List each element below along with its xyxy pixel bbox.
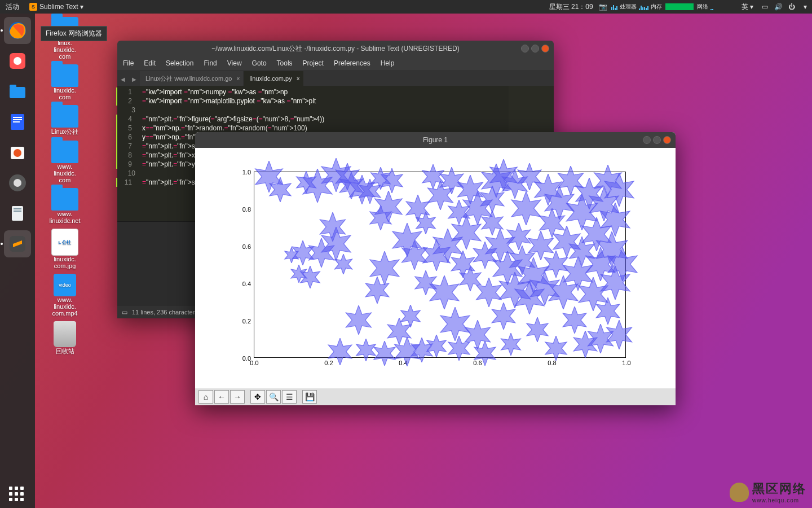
x-tick: 0.0 bbox=[250, 357, 258, 366]
desktop-icon-label: www. linuxidc. com bbox=[54, 163, 76, 183]
menu-project[interactable]: Project bbox=[303, 59, 324, 67]
net-graph-icon bbox=[710, 3, 713, 10]
desktop-icon[interactable]: Linux公社 bbox=[39, 105, 90, 136]
menu-tools[interactable]: Tools bbox=[277, 59, 293, 67]
minimize-button[interactable] bbox=[521, 45, 529, 52]
menu-find[interactable]: Find bbox=[204, 59, 217, 67]
dock-screenshot[interactable] bbox=[4, 47, 31, 75]
scatter-point bbox=[473, 341, 497, 366]
desktop-icon[interactable]: L 公社linuxidc. com.jpg bbox=[39, 229, 90, 269]
gedit-icon bbox=[7, 203, 28, 224]
dock-files[interactable] bbox=[4, 78, 31, 105]
dock-gedit[interactable] bbox=[4, 200, 31, 227]
tb-config-button[interactable]: ☰ bbox=[282, 390, 297, 404]
network-icon[interactable]: ▭ bbox=[760, 2, 769, 11]
status-text: 11 lines, 236 characters bbox=[132, 309, 198, 316]
watermark: 黑区网络www.heiqu.com bbox=[730, 480, 806, 503]
scatter-point bbox=[379, 168, 404, 193]
chevron-down-icon[interactable]: ▾ bbox=[801, 2, 810, 11]
svg-marker-46 bbox=[401, 305, 421, 327]
desktop-icon[interactable]: videowww. linuxidc. com.mp4 bbox=[39, 274, 90, 317]
dock-sublime[interactable] bbox=[4, 230, 31, 257]
app-menu-label: Sublime Text ▾ bbox=[39, 3, 83, 11]
editor-tab[interactable]: linuxidc.com.py× bbox=[244, 71, 303, 86]
menu-selection[interactable]: Selection bbox=[166, 59, 193, 67]
clock[interactable]: 星期三 21：09 bbox=[546, 2, 597, 12]
fig-minimize-button[interactable] bbox=[643, 136, 651, 144]
svg-marker-67 bbox=[474, 341, 496, 366]
tb-back-button[interactable]: ← bbox=[214, 390, 229, 404]
desktop-icon[interactable]: www. linuxidc.net bbox=[39, 188, 90, 224]
tb-pan-button[interactable]: ✥ bbox=[250, 390, 265, 404]
editor-tab[interactable]: Linux公社 www.linuxidc.com.go× bbox=[140, 71, 243, 86]
tb-save-button[interactable]: 💾 bbox=[302, 390, 317, 404]
tab-label: linuxidc.com.py bbox=[249, 75, 292, 82]
svg-point-12 bbox=[14, 179, 21, 187]
scatter-point bbox=[399, 305, 422, 327]
scatter-point bbox=[598, 203, 632, 237]
figure-title: Figure 1 bbox=[423, 136, 448, 144]
menu-file[interactable]: File bbox=[123, 59, 134, 67]
app-menu[interactable]: S Sublime Text ▾ bbox=[25, 3, 88, 11]
svg-marker-114 bbox=[414, 270, 436, 295]
scatter-point bbox=[604, 320, 634, 349]
svg-marker-23 bbox=[301, 266, 320, 288]
tab-close-icon[interactable]: × bbox=[297, 76, 300, 82]
close-button[interactable] bbox=[541, 45, 549, 52]
activities-button[interactable]: 活动 bbox=[0, 2, 25, 12]
dock-software[interactable] bbox=[4, 139, 31, 166]
menu-view[interactable]: View bbox=[227, 59, 242, 67]
scatter-point bbox=[602, 173, 636, 207]
dock-camera[interactable] bbox=[4, 169, 31, 196]
scatter-point bbox=[344, 305, 373, 335]
ime-indicator[interactable]: 英 ▾ bbox=[737, 2, 758, 12]
scatter-point bbox=[268, 177, 293, 202]
dock-writer[interactable] bbox=[4, 108, 31, 135]
desktop-icon[interactable]: www. linuxidc. com bbox=[39, 141, 90, 183]
svg-point-2 bbox=[14, 57, 21, 65]
sublime-menubar: FileEditSelectionFindViewGotoToolsProjec… bbox=[117, 56, 554, 70]
desktop-icon-label: linuxidc. com bbox=[54, 87, 76, 100]
power-icon[interactable]: ⏻ bbox=[787, 2, 796, 11]
tb-home-button[interactable]: ⌂ bbox=[198, 390, 213, 404]
menu-preferences[interactable]: Preferences bbox=[334, 59, 370, 67]
volume-icon[interactable]: 🔊 bbox=[774, 2, 783, 11]
y-tick: 0.4 bbox=[242, 281, 254, 287]
fig-maximize-button[interactable] bbox=[653, 136, 661, 144]
screenshot-indicator-icon[interactable]: 📷 bbox=[599, 2, 608, 11]
image-file-icon: L 公社 bbox=[51, 229, 78, 256]
cpu-graph-icon bbox=[611, 3, 617, 10]
tab-scroll-right[interactable]: ▶ bbox=[129, 72, 140, 86]
figure-titlebar[interactable]: Figure 1 bbox=[195, 132, 676, 148]
svg-marker-33 bbox=[346, 305, 371, 335]
svg-rect-4 bbox=[10, 85, 16, 88]
tab-scroll-left[interactable]: ◀ bbox=[117, 72, 129, 86]
svg-marker-112 bbox=[604, 173, 634, 207]
sublime-titlebar[interactable]: ~/www.linuxidc.com/Linux公社 -/linuxidc.co… bbox=[117, 41, 554, 56]
desktop-icon[interactable]: 回收站 bbox=[39, 321, 90, 356]
cpu-label: 处理器 bbox=[619, 3, 638, 11]
plot-axes: 0.00.20.40.60.81.00.00.20.40.60.81.0 bbox=[254, 172, 626, 358]
tb-forward-button[interactable]: → bbox=[230, 390, 245, 404]
menu-edit[interactable]: Edit bbox=[144, 59, 156, 67]
show-apps-button[interactable] bbox=[9, 487, 24, 501]
y-tick: 0.8 bbox=[242, 206, 254, 213]
maximize-button[interactable] bbox=[531, 45, 539, 52]
fig-close-button[interactable] bbox=[663, 136, 671, 144]
menu-goto[interactable]: Goto bbox=[252, 59, 267, 67]
svg-rect-15 bbox=[14, 211, 21, 212]
y-tick: 0.6 bbox=[242, 243, 254, 250]
tb-zoom-button[interactable]: 🔍 bbox=[266, 390, 281, 404]
tab-close-icon[interactable]: × bbox=[237, 76, 240, 82]
folder-icon bbox=[51, 141, 78, 163]
dock-firefox[interactable] bbox=[4, 17, 31, 44]
figure-toolbar: ⌂ ← → ✥ 🔍 ☰ 💾 bbox=[195, 388, 676, 405]
svg-rect-6 bbox=[13, 117, 22, 118]
menu-help[interactable]: Help bbox=[381, 59, 395, 67]
video-file-icon: video bbox=[54, 274, 76, 296]
watermark-sub: www.heiqu.com bbox=[752, 497, 806, 503]
svg-marker-116 bbox=[460, 266, 481, 291]
cpu-graph2-icon bbox=[639, 3, 648, 10]
desktop-icon[interactable]: linuxidc. com bbox=[39, 64, 90, 100]
scatter-point bbox=[479, 186, 506, 213]
